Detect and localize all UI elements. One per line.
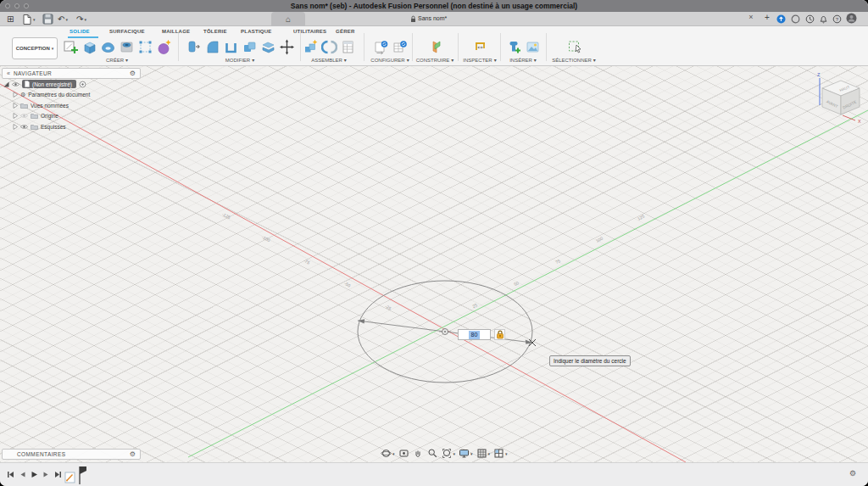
svg-text:?: ? [836, 17, 839, 22]
insert-image-icon[interactable] [525, 38, 541, 56]
tree-item-root[interactable]: (Non enregistré) [3, 80, 90, 88]
display-settings-button[interactable]: ▾ [459, 448, 473, 459]
shell-icon[interactable] [223, 38, 239, 56]
help-button[interactable]: ? [832, 13, 842, 25]
combine-icon[interactable] [242, 38, 258, 56]
pan-button[interactable] [413, 448, 424, 459]
zoom-button[interactable] [427, 448, 438, 459]
tab-plastique[interactable]: PLASTIQUE [241, 29, 272, 34]
file-icon [22, 14, 32, 25]
navigator-tree: (Non enregistré) ⚙ Paramètres du documen… [3, 80, 90, 131]
collapsed-arrow-icon[interactable] [13, 124, 18, 130]
tab-utilitaires[interactable]: UTILITAIRES [293, 29, 326, 34]
press-pull-icon[interactable] [186, 38, 202, 56]
document-tab[interactable]: Sans nom* [418, 15, 447, 21]
model-canvas[interactable]: -125 -100 -75 -50 -25 25 50 75 100 125 [0, 66, 868, 462]
group-label-modifier[interactable]: MODIFIER▾ [225, 57, 254, 63]
collapsed-arrow-icon[interactable] [13, 103, 18, 109]
joint-icon[interactable] [321, 38, 337, 56]
configuration-icon[interactable] [373, 38, 389, 56]
workspace-selector[interactable]: CONCEPTION▾ [12, 37, 58, 59]
notifications-button[interactable] [819, 13, 828, 25]
tree-item-document-settings[interactable]: ⚙ Paramètres du document [3, 91, 90, 99]
job-status-button[interactable] [776, 13, 786, 25]
configuration-table-icon[interactable] [392, 38, 408, 56]
navigator-panel-header[interactable]: « NAVIGATEUR ⚙ [2, 68, 141, 79]
activity-history-button[interactable] [805, 13, 815, 25]
create-sketch-icon[interactable] [63, 38, 79, 56]
collapsed-arrow-icon[interactable] [13, 92, 18, 98]
group-label-construire[interactable]: CONSTRUIRE▾ [416, 57, 454, 63]
collapsed-arrow-icon[interactable] [13, 113, 18, 119]
undo-button[interactable]: ↶▾ [58, 13, 68, 25]
avatar[interactable] [846, 12, 857, 25]
step-back-button[interactable] [19, 471, 26, 478]
save-button[interactable] [42, 13, 53, 25]
look-at-button[interactable] [398, 448, 409, 459]
collapse-panel-icon[interactable]: « [7, 70, 10, 76]
tree-item-origin[interactable]: Origine [3, 112, 90, 120]
new-tab-button[interactable]: + [762, 13, 772, 22]
hole-icon[interactable] [119, 38, 135, 56]
comments-panel-header[interactable]: COMMENTAIRES ⚙ [2, 449, 141, 460]
orbit-button[interactable]: ▾ [381, 448, 395, 459]
active-document-item[interactable]: (Non enregistré) [22, 80, 76, 88]
expanded-arrow-icon[interactable] [3, 81, 9, 87]
step-forward-button[interactable] [42, 471, 50, 478]
bom-list-icon[interactable] [340, 38, 356, 56]
tab-solide[interactable]: SOLIDE [70, 29, 90, 34]
apps-grid-icon[interactable]: ⊞ [7, 13, 14, 25]
redo-button[interactable]: ↷▾ [76, 13, 86, 25]
viewports-button[interactable]: ▾ [493, 448, 508, 459]
insert-shape-icon[interactable] [506, 38, 522, 56]
timeline-sketch-feature[interactable] [64, 471, 76, 484]
create-form-icon[interactable] [156, 38, 172, 56]
measure-icon[interactable] [472, 38, 488, 56]
gear-icon[interactable]: ⚙ [130, 70, 136, 77]
group-label-assembler[interactable]: ASSEMBLER▾ [311, 57, 347, 63]
group-label-inspecter[interactable]: INSPECTER▾ [463, 57, 496, 63]
activate-component-radio[interactable] [79, 81, 86, 88]
viewcube[interactable]: Z HAUT AVANT DROITE X [817, 72, 861, 124]
revolve-icon[interactable] [100, 38, 116, 56]
tab-surfacique[interactable]: SURFACIQUE [109, 29, 145, 34]
chevron-down-icon: ▾ [252, 57, 254, 63]
gear-icon[interactable]: ⚙ [130, 451, 136, 458]
extrude-icon[interactable] [81, 38, 97, 56]
fillet-icon[interactable] [204, 38, 220, 56]
tab-tolerie[interactable]: TÔLERIE [203, 29, 227, 34]
group-label-creer[interactable]: CRÉER▾ [106, 57, 128, 63]
play-button[interactable] [31, 471, 38, 478]
timeline-position-marker[interactable] [78, 466, 88, 485]
rectangular-pattern-icon[interactable] [137, 38, 153, 56]
new-component-icon[interactable] [303, 38, 319, 56]
fit-button[interactable]: ▾ [442, 448, 456, 459]
move-icon[interactable] [279, 38, 295, 56]
tree-item-sketches[interactable]: Esquisses [3, 122, 90, 131]
save-icon [42, 14, 53, 25]
timeline-settings-gear[interactable]: ⚙ [849, 469, 856, 478]
group-separator [412, 33, 413, 61]
file-menu-button[interactable]: ▾ [22, 13, 36, 25]
home-tab[interactable]: ⌂ [271, 12, 305, 26]
split-body-icon[interactable] [260, 38, 276, 56]
tab-gerer[interactable]: GÉRER [336, 29, 355, 34]
group-label-configurer[interactable]: CONFIGURER▾ [370, 57, 409, 63]
diameter-input[interactable]: 80 [458, 329, 491, 340]
eye-icon[interactable] [12, 81, 19, 87]
select-icon[interactable] [566, 38, 582, 56]
eye-hidden-icon[interactable] [20, 113, 28, 119]
go-to-start-button[interactable] [7, 471, 14, 478]
grid-settings-button[interactable]: ▾ [476, 448, 491, 459]
construction-plane-icon[interactable] [427, 38, 443, 56]
close-tab-button[interactable]: × [746, 13, 756, 21]
extensions-button[interactable] [791, 13, 800, 25]
dimension-lock-button[interactable] [494, 329, 505, 340]
go-to-end-button[interactable] [54, 471, 62, 478]
tab-maillage[interactable]: MAILLAGE [162, 29, 190, 34]
tree-item-named-views[interactable]: Vues nommées [3, 101, 90, 109]
eye-icon[interactable] [20, 124, 28, 130]
group-label-inserer[interactable]: INSÉRER▾ [509, 57, 537, 63]
canvas-viewport[interactable]: -125 -100 -75 -50 -25 25 50 75 100 125 [0, 66, 868, 462]
group-label-selectionner[interactable]: SÉLECTIONNER▾ [552, 57, 596, 63]
